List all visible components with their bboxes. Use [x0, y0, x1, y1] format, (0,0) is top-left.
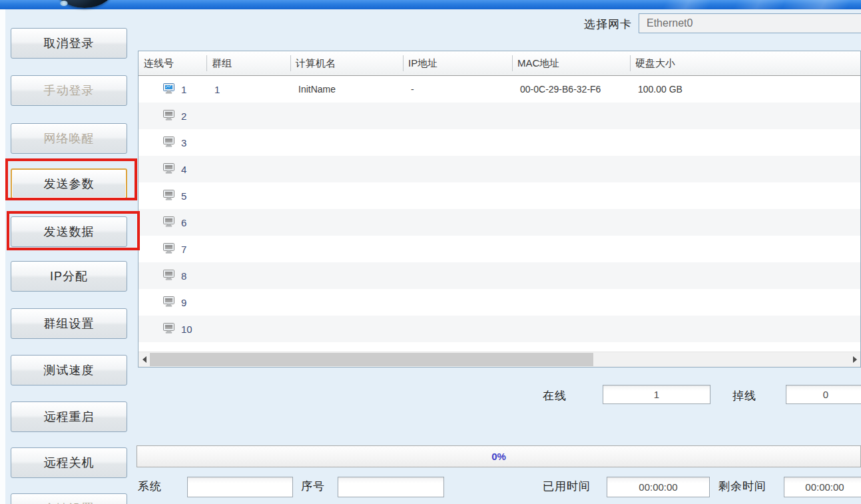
- remaining-time-field: 00:00:00: [784, 477, 861, 497]
- column-header[interactable]: 群组: [206, 51, 290, 75]
- table-row[interactable]: 6: [139, 209, 860, 236]
- table-row[interactable]: 9: [139, 289, 860, 316]
- cell-connection-no: 6: [139, 216, 206, 229]
- send-parameters-button[interactable]: 发送参数: [11, 168, 127, 199]
- cell-connection-no: 2: [139, 109, 206, 123]
- cell-connection-no: 9: [139, 296, 206, 309]
- cell-connection-no: 10: [139, 322, 206, 336]
- connection-number: 2: [181, 111, 186, 122]
- button-label: 取消登录: [44, 35, 95, 51]
- elapsed-time-label: 已用时间: [543, 479, 591, 494]
- table-row[interactable]: 3: [139, 129, 860, 156]
- monitor-offline-icon: [162, 109, 175, 123]
- cell-computer-name: InitName: [290, 84, 403, 95]
- right-triangle-icon: [853, 356, 857, 363]
- transfer-progress-bar: 0%: [137, 445, 861, 467]
- titlebar-gloss-decoration: [581, 0, 861, 9]
- group-settings-button[interactable]: 群组设置: [11, 308, 127, 339]
- serial-field[interactable]: [338, 477, 444, 497]
- window-left-edge: [0, 9, 5, 504]
- column-header[interactable]: 计算机名: [290, 51, 403, 75]
- remote-restart-button[interactable]: 远程重启: [11, 401, 127, 432]
- scrollbar-thumb[interactable]: [150, 353, 593, 366]
- scroll-right-arrow[interactable]: [849, 352, 860, 367]
- button-label: 测试速度: [44, 362, 95, 378]
- progress-percent-text: 0%: [491, 451, 506, 462]
- client-table: 连线号群组计算机名IP地址MAC地址硬盘大小 11InitName-00-0C-…: [138, 51, 861, 368]
- cell-ip-address: -: [403, 84, 512, 95]
- app-logo-glint: [60, 1, 68, 6]
- system-field[interactable]: [187, 477, 293, 497]
- cell-connection-no: 7: [139, 242, 206, 256]
- button-label: 远程重启: [44, 409, 95, 425]
- table-row[interactable]: 5: [139, 182, 860, 209]
- button-label: 手动登录: [44, 83, 95, 99]
- monitor-online-icon: [162, 83, 175, 96]
- window-titlebar: [0, 0, 861, 9]
- horizontal-scrollbar[interactable]: [139, 352, 860, 367]
- monitor-offline-icon: [162, 296, 175, 309]
- test-speed-button[interactable]: 测试速度: [11, 355, 127, 385]
- table-row[interactable]: 8: [139, 262, 860, 289]
- cell-connection-no: 1: [139, 83, 206, 96]
- connection-number: 1: [181, 84, 186, 95]
- monitor-offline-icon: [162, 269, 175, 282]
- wake-on-lan-button: 网络唤醒: [11, 123, 127, 154]
- table-row[interactable]: 2: [139, 103, 860, 129]
- connection-number: 7: [181, 244, 186, 255]
- column-header[interactable]: 连线号: [139, 51, 206, 75]
- elapsed-time-field: 00:00:00: [607, 477, 710, 497]
- monitor-offline-icon: [162, 216, 175, 229]
- button-label: 发送数据: [44, 224, 95, 240]
- remote-shutdown-button[interactable]: 远程关机: [11, 447, 127, 478]
- client-table-body: 11InitName-00-0C-29-B6-32-F6100.00 GB234…: [139, 76, 860, 342]
- nic-select-label: 选择网卡: [584, 17, 632, 32]
- offline-count-field: 0: [786, 385, 861, 404]
- connection-number: 8: [181, 270, 186, 282]
- serial-label: 序号: [301, 479, 325, 494]
- nic-select-field[interactable]: Ethernet0: [639, 13, 861, 33]
- cell-connection-no: 5: [139, 189, 206, 202]
- table-row[interactable]: 11InitName-00-0C-29-B6-32-F6100.00 GB: [139, 76, 860, 103]
- connection-number: 9: [181, 297, 186, 308]
- cancel-login-button[interactable]: 取消登录: [11, 28, 127, 59]
- cell-group: 1: [206, 84, 290, 95]
- network-clone-app-window: { "ui_colors": { "titlebar_blue": "#2a7d…: [0, 0, 861, 504]
- connection-number: 5: [181, 190, 186, 202]
- cell-connection-no: 8: [139, 269, 206, 282]
- online-count-label: 在线: [543, 388, 567, 403]
- button-label: IP分配: [50, 268, 88, 284]
- table-row[interactable]: 10: [139, 316, 860, 342]
- connection-number: 6: [181, 217, 186, 228]
- column-header[interactable]: IP地址: [403, 51, 512, 75]
- client-table-header: 连线号群组计算机名IP地址MAC地址硬盘大小: [139, 51, 860, 76]
- cell-mac-address: 00-0C-29-B6-32-F6: [512, 84, 630, 95]
- button-label: 发送参数: [44, 176, 95, 192]
- scroll-left-arrow[interactable]: [139, 352, 150, 367]
- personal-settings-button: 个性设置: [11, 493, 127, 504]
- cell-connection-no: 3: [139, 136, 206, 149]
- cell-disk-size: 100.00 GB: [630, 84, 860, 95]
- ip-assign-button[interactable]: IP分配: [11, 261, 127, 292]
- column-header[interactable]: 硬盘大小: [630, 51, 860, 75]
- cell-connection-no: 4: [139, 162, 206, 176]
- table-row[interactable]: 7: [139, 236, 860, 262]
- offline-count-label: 掉线: [732, 388, 756, 403]
- manual-login-button: 手动登录: [11, 75, 127, 106]
- left-triangle-icon: [143, 356, 146, 363]
- connection-number: 4: [181, 164, 186, 175]
- monitor-offline-icon: [162, 189, 175, 202]
- online-count-field: 1: [603, 385, 711, 404]
- monitor-offline-icon: [162, 136, 175, 149]
- button-label: 网络唤醒: [44, 130, 95, 146]
- monitor-offline-icon: [162, 322, 175, 336]
- send-data-button[interactable]: 发送数据: [11, 216, 127, 247]
- monitor-offline-icon: [162, 162, 175, 176]
- connection-number: 3: [181, 137, 186, 148]
- table-row[interactable]: 4: [139, 156, 860, 182]
- column-header[interactable]: MAC地址: [512, 51, 630, 75]
- button-label: 远程关机: [44, 455, 95, 471]
- system-label: 系统: [138, 479, 162, 494]
- remaining-time-label: 剩余时间: [718, 479, 766, 494]
- button-label: 个性设置: [44, 501, 95, 504]
